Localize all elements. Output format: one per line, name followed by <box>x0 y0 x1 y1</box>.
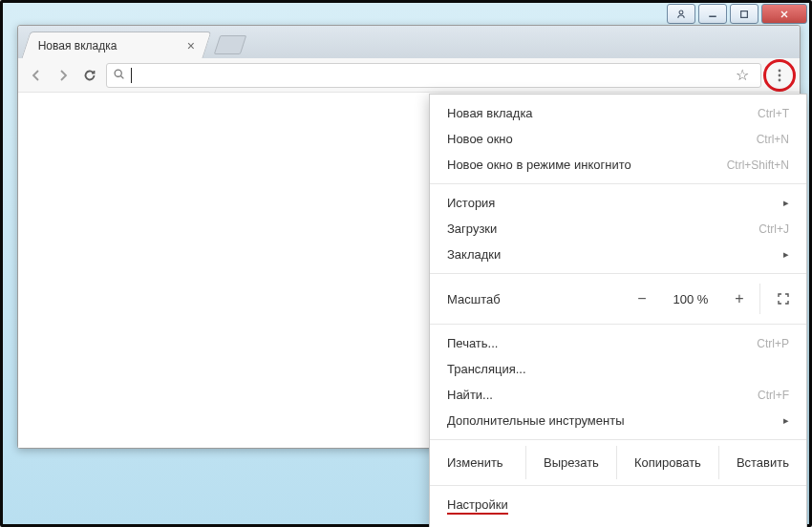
menu-find[interactable]: Найти... Ctrl+F <box>430 382 806 408</box>
bookmark-star-button[interactable]: ☆ <box>730 66 755 84</box>
chrome-menu: Новая вкладка Ctrl+T Новое окно Ctrl+N Н… <box>429 94 807 527</box>
menu-bookmarks[interactable]: Закладки ▸ <box>430 242 806 267</box>
edit-paste-button[interactable]: Вставить <box>718 446 806 479</box>
menu-incognito[interactable]: Новое окно в режиме инкогнито Ctrl+Shift… <box>430 152 806 178</box>
minimize-icon <box>707 9 718 20</box>
menu-print[interactable]: Печать... Ctrl+P <box>430 330 806 356</box>
reload-button[interactable] <box>79 65 100 86</box>
kebab-icon <box>772 68 787 83</box>
text-caret <box>131 68 132 83</box>
svg-rect-1 <box>709 15 716 17</box>
tab-close-button[interactable]: × <box>183 38 199 53</box>
close-window-button[interactable] <box>761 4 807 24</box>
chevron-right-icon: ▸ <box>783 248 789 261</box>
zoom-label: Масштаб <box>447 292 622 306</box>
menu-settings[interactable]: Настройки <box>430 492 806 520</box>
menu-more-tools[interactable]: Дополнительные инструменты ▸ <box>430 408 806 433</box>
menu-history[interactable]: История ▸ <box>430 190 806 216</box>
url-input[interactable] <box>138 68 724 82</box>
tab-strip: Новая вкладка × <box>18 26 800 58</box>
chevron-right-icon: ▸ <box>783 414 789 427</box>
fullscreen-icon <box>776 291 791 306</box>
address-bar[interactable]: ☆ <box>106 63 761 88</box>
svg-point-4 <box>779 69 781 72</box>
tab-title: Новая вкладка <box>38 39 183 53</box>
search-icon <box>113 68 125 83</box>
edit-label: Изменить <box>430 446 503 479</box>
forward-button[interactable] <box>53 65 74 86</box>
tab-active[interactable]: Новая вкладка × <box>21 32 211 58</box>
toolbar: ☆ <box>18 58 800 93</box>
edit-cut-button[interactable]: Вырезать <box>525 446 616 479</box>
menu-edit-row: Изменить Вырезать Копировать Вставить <box>430 446 806 479</box>
menu-zoom-row: Масштаб − 100 % + <box>430 280 806 318</box>
chevron-right-icon: ▸ <box>783 197 789 209</box>
menu-new-tab[interactable]: Новая вкладка Ctrl+T <box>430 100 806 126</box>
maximize-icon <box>738 9 750 20</box>
zoom-in-button[interactable]: + <box>719 284 759 314</box>
profile-button[interactable] <box>667 4 695 24</box>
menu-cast[interactable]: Трансляция... <box>430 356 806 382</box>
maximize-button[interactable] <box>730 4 759 24</box>
reload-icon <box>82 68 97 83</box>
svg-point-3 <box>115 70 121 76</box>
svg-point-5 <box>779 74 781 76</box>
menu-new-window[interactable]: Новое окно Ctrl+N <box>430 126 806 152</box>
svg-point-0 <box>679 10 683 13</box>
edit-copy-button[interactable]: Копировать <box>616 446 718 479</box>
back-arrow-icon <box>29 68 44 83</box>
fullscreen-button[interactable] <box>760 284 806 314</box>
svg-rect-2 <box>741 11 748 17</box>
zoom-value: 100 % <box>662 292 719 306</box>
menu-downloads[interactable]: Загрузки Ctrl+J <box>430 216 806 242</box>
forward-arrow-icon <box>55 68 71 83</box>
user-icon <box>675 9 687 20</box>
chrome-menu-button[interactable] <box>767 63 792 88</box>
close-icon <box>779 9 790 20</box>
new-tab-button[interactable] <box>214 35 246 54</box>
back-button[interactable] <box>26 65 47 86</box>
window-frame: Новая вкладка × ☆ <box>0 0 812 527</box>
menu-help[interactable]: Справка ▸ <box>430 520 806 527</box>
minimize-button[interactable] <box>698 4 727 24</box>
zoom-out-button[interactable]: − <box>622 284 662 314</box>
svg-point-6 <box>779 78 781 81</box>
